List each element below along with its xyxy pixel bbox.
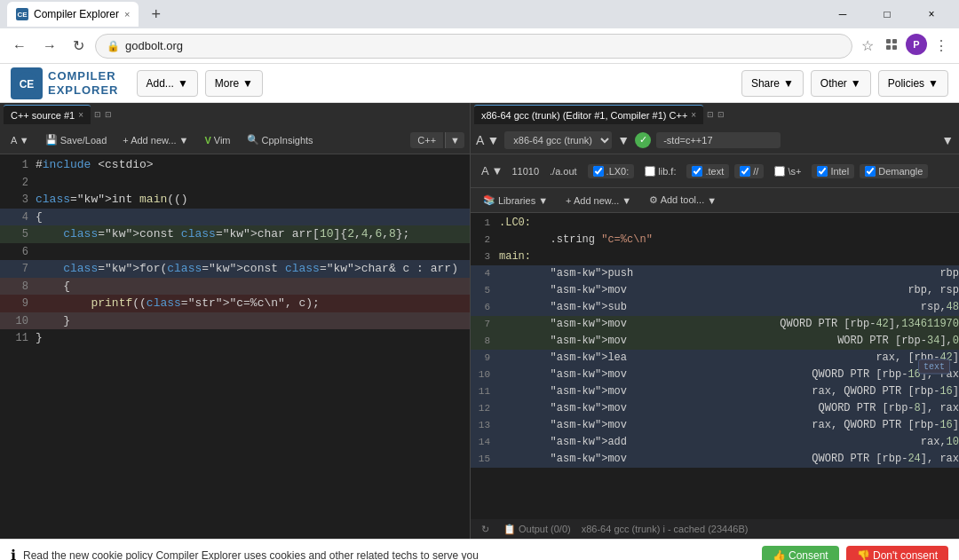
asm-aout-label: ./a.out xyxy=(550,166,577,177)
editor-a-btn[interactable]: A ▼ xyxy=(5,133,35,147)
refresh-button[interactable]: ↻ xyxy=(67,34,90,58)
asm-intel-toggle[interactable]: Intel xyxy=(812,164,854,178)
brand-line1: COMPILER xyxy=(48,69,119,83)
compiler-tab-close[interactable]: × xyxy=(691,110,696,120)
code-editor[interactable]: 1#include <cstdio>2 3class="kw">int main… xyxy=(0,154,470,539)
other-button[interactable]: Other ▼ xyxy=(811,70,871,97)
compiler-a-btn[interactable]: A ▼ xyxy=(476,133,499,147)
asm-intel-label: Intel xyxy=(830,166,849,177)
svg-rect-0 xyxy=(886,39,891,43)
asm-whitespace-checkbox[interactable] xyxy=(774,166,785,177)
asm-text-checkbox[interactable] xyxy=(692,166,702,177)
title-bar: CE Compiler Explorer × + ─ □ × xyxy=(0,0,959,28)
minimize-button[interactable]: ─ xyxy=(822,0,863,28)
editor-tab-close[interactable]: × xyxy=(78,110,83,120)
url-bar[interactable]: 🔒 godbolt.org xyxy=(95,34,852,59)
asm-libf-checkbox[interactable] xyxy=(645,166,655,177)
add-tool-btn[interactable]: ⚙ Add tool...▼ xyxy=(644,193,722,208)
asm-comment-toggle[interactable]: // xyxy=(734,164,764,178)
bottom-status-bar: ↻ 📋Output (0/0) x86-64 gcc (trunk) i - c… xyxy=(471,519,959,539)
toolbar-right: Share ▼ Other ▼ Policies ▼ xyxy=(741,70,948,97)
maximize-button[interactable]: □ xyxy=(867,0,907,28)
compiler-expand-btn[interactable]: ▼ xyxy=(941,133,954,147)
cookie-icon: ℹ xyxy=(11,547,16,560)
left-editor-panel: C++ source #1 × ⊡ ⊡ A ▼ 💾Save/Load + Add… xyxy=(0,103,471,539)
policies-button[interactable]: Policies ▼ xyxy=(878,70,948,97)
tab-close-btn[interactable]: × xyxy=(124,9,130,20)
asm-aout-toggle[interactable]: ./a.out xyxy=(544,164,583,178)
asm-a-btn[interactable]: A ▼ xyxy=(478,162,506,179)
main-toolbar: CE COMPILER EXPLORER Add... ▼ More ▼ Sha… xyxy=(0,64,959,103)
libraries-btn[interactable]: 📚Libraries▼ xyxy=(478,193,553,208)
share-button[interactable]: Share ▼ xyxy=(741,70,804,97)
editor-tab-label: C++ source #1 xyxy=(11,110,75,121)
consent-button[interactable]: 👍 Consent xyxy=(762,546,839,561)
asm-text-toggle[interactable]: .text xyxy=(686,164,729,178)
cookie-bar: ℹ Read the new cookie policy Compiler Ex… xyxy=(0,539,959,560)
vim-btn[interactable]: V Vim xyxy=(199,133,235,147)
compiler-flags-input[interactable] xyxy=(656,132,781,148)
browser-tab[interactable]: CE Compiler Explorer × xyxy=(7,2,139,27)
editor-tab-cpp[interactable]: C++ source #1 × xyxy=(4,105,91,124)
editor-toolbar: A ▼ 💾Save/Load + Add new...▼ V Vim 🔍CppI… xyxy=(0,126,470,154)
lang-dropdown-btn[interactable]: ▼ xyxy=(445,132,464,148)
asm-demangle-toggle[interactable]: Demangle xyxy=(860,164,928,178)
back-button[interactable]: ← xyxy=(7,35,32,58)
new-tab-button[interactable]: + xyxy=(146,4,166,26)
tab-title: Compiler Explorer xyxy=(34,8,119,20)
svg-text:CE: CE xyxy=(20,78,35,91)
bookmark-button[interactable]: ☆ xyxy=(858,34,877,59)
asm-lx0-checkbox[interactable] xyxy=(593,166,604,177)
asm-code-area[interactable]: 1.LC0:2 .string "c=%c\n"3main:4 "asm-kw"… xyxy=(471,213,959,519)
brand-icon: CE xyxy=(11,67,43,99)
add-new-btn[interactable]: + Add new...▼ xyxy=(117,133,194,147)
brand-text: COMPILER EXPLORER xyxy=(48,69,119,97)
compiler-panel-close[interactable]: ⊡ xyxy=(717,110,725,119)
svg-rect-1 xyxy=(892,39,897,43)
decline-button[interactable]: 👎 Don't consent xyxy=(846,546,948,561)
panel-icon-close[interactable]: ⊡ xyxy=(105,110,112,119)
asm-libf-toggle[interactable]: lib.f: xyxy=(639,164,681,178)
asm-demangle-checkbox[interactable] xyxy=(865,166,876,177)
asm-intel-checkbox[interactable] xyxy=(817,166,828,177)
text-badge: text xyxy=(918,359,950,374)
compiler-tab[interactable]: x86-64 gcc (trunk) (Editor #1, Compiler … xyxy=(474,105,703,124)
extensions-button[interactable] xyxy=(881,34,902,59)
add-button[interactable]: Add... ▼ xyxy=(137,70,198,97)
asm-comment-label: // xyxy=(753,166,758,177)
profile-button[interactable]: P xyxy=(906,34,927,55)
compiler-tab-bar: x86-64 gcc (trunk) (Editor #1, Compiler … xyxy=(471,103,959,126)
compiler-panel-expand[interactable]: ⊡ xyxy=(707,110,714,119)
asm-demangle-label: Demangle xyxy=(878,166,923,177)
save-load-btn[interactable]: 💾Save/Load xyxy=(40,132,113,147)
menu-button[interactable]: ⋮ xyxy=(931,34,952,59)
close-button[interactable]: × xyxy=(911,0,952,28)
compiler-dropdown-btn[interactable]: ▼ xyxy=(617,133,630,147)
compiler-toolbar: A ▼ x86-64 gcc (trunk) ▼ ✓ ▼ xyxy=(471,126,959,154)
tab-favicon: CE xyxy=(16,8,28,20)
brand: CE COMPILER EXPLORER xyxy=(11,67,119,99)
cpp-insights-btn[interactable]: 🔍CppInsights xyxy=(242,132,319,147)
forward-button[interactable]: → xyxy=(37,35,62,58)
refresh-output-btn[interactable]: ↻ xyxy=(478,522,493,537)
asm-lx0-toggle[interactable]: .LX0: xyxy=(588,164,635,178)
lang-cpp-btn[interactable]: C++ xyxy=(410,132,443,148)
address-bar: ← → ↻ 🔒 godbolt.org ☆ P ⋮ xyxy=(0,28,959,64)
asm-lines-container: 1.LC0:2 .string "c=%c\n"3main:4 "asm-kw"… xyxy=(471,213,959,469)
more-button[interactable]: More ▼ xyxy=(205,70,263,97)
right-compiler-panel: x86-64 gcc (trunk) (Editor #1, Compiler … xyxy=(471,103,959,539)
compiler-select[interactable]: x86-64 gcc (trunk) xyxy=(504,131,612,149)
output-btn[interactable]: 📋Output (0/0) xyxy=(500,522,575,537)
libraries-bar: 📚Libraries▼ + Add new...▼ ⚙ Add tool...▼ xyxy=(471,188,959,213)
lock-icon: 🔒 xyxy=(107,40,120,52)
asm-comment-checkbox[interactable] xyxy=(740,166,750,177)
panel-icon-expand[interactable]: ⊡ xyxy=(94,110,101,119)
asm-whitespace-toggle[interactable]: \s+ xyxy=(769,164,806,178)
add-new-compiler-btn[interactable]: + Add new...▼ xyxy=(560,193,637,208)
asm-number: 11010 xyxy=(511,166,539,177)
url-text: godbolt.org xyxy=(125,39,841,52)
svg-rect-2 xyxy=(886,45,891,50)
svg-rect-3 xyxy=(892,45,897,50)
window-controls: ─ □ × xyxy=(822,0,952,28)
brand-line2: EXPLORER xyxy=(48,83,119,98)
